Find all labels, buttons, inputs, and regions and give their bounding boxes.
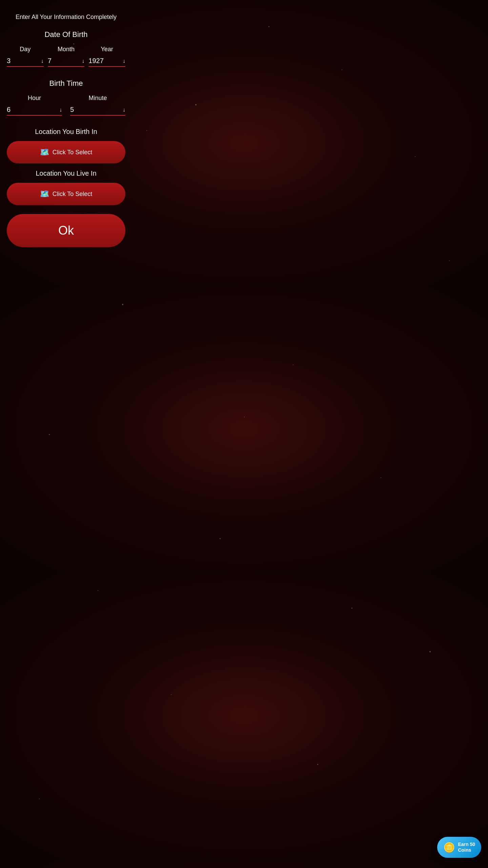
year-chevron-icon: ↓ [123, 58, 125, 64]
time-fields-row: Hour 6 ↓ Minute 5 ↓ [7, 95, 125, 116]
month-value: 7 [48, 57, 52, 65]
live-location-button[interactable]: 🗺️ Click To Select [7, 183, 125, 205]
day-value: 3 [7, 57, 11, 65]
birth-location-title: Location You Birth In [35, 128, 97, 136]
live-location-map-icon: 🗺️ [40, 190, 49, 198]
birth-location-button-label: Click To Select [53, 149, 93, 156]
year-field-group: Year 1927 ↓ [88, 46, 125, 67]
day-chevron-icon: ↓ [41, 58, 44, 64]
birth-location-button[interactable]: 🗺️ Click To Select [7, 141, 125, 163]
ok-button[interactable]: Ok [7, 214, 125, 247]
birth-time-title: Birth Time [49, 79, 83, 88]
minute-value: 5 [70, 106, 74, 114]
hour-value: 6 [7, 106, 11, 114]
year-select[interactable]: 1927 ↓ [88, 57, 125, 67]
live-location-title: Location You Live In [36, 170, 96, 177]
minute-select[interactable]: 5 ↓ [70, 106, 125, 116]
year-label: Year [101, 46, 113, 53]
month-select[interactable]: 7 ↓ [48, 57, 85, 67]
hour-label: Hour [28, 95, 41, 102]
main-content: Enter All Your Information Completely Da… [7, 14, 125, 247]
month-label: Month [58, 46, 75, 53]
date-of-birth-title: Date Of Birth [44, 30, 87, 39]
hour-chevron-icon: ↓ [59, 107, 62, 113]
minute-field-group: Minute 5 ↓ [70, 95, 125, 116]
minute-label: Minute [88, 95, 107, 102]
year-value: 1927 [88, 57, 104, 65]
hour-select[interactable]: 6 ↓ [7, 106, 62, 116]
dob-fields-row: Day 3 ↓ Month 7 ↓ Year 1927 ↓ [7, 46, 125, 67]
day-select[interactable]: 3 ↓ [7, 57, 44, 67]
month-field-group: Month 7 ↓ [48, 46, 85, 67]
birth-location-section: Location You Birth In 🗺️ Click To Select [7, 128, 125, 163]
page-title: Enter All Your Information Completely [16, 14, 117, 21]
month-chevron-icon: ↓ [82, 58, 84, 64]
day-label: Day [20, 46, 30, 53]
live-location-button-label: Click To Select [53, 191, 93, 198]
day-field-group: Day 3 ↓ [7, 46, 44, 67]
minute-chevron-icon: ↓ [123, 107, 125, 113]
live-location-section: Location You Live In 🗺️ Click To Select [7, 170, 125, 205]
birth-location-map-icon: 🗺️ [40, 148, 49, 157]
hour-field-group: Hour 6 ↓ [7, 95, 62, 116]
